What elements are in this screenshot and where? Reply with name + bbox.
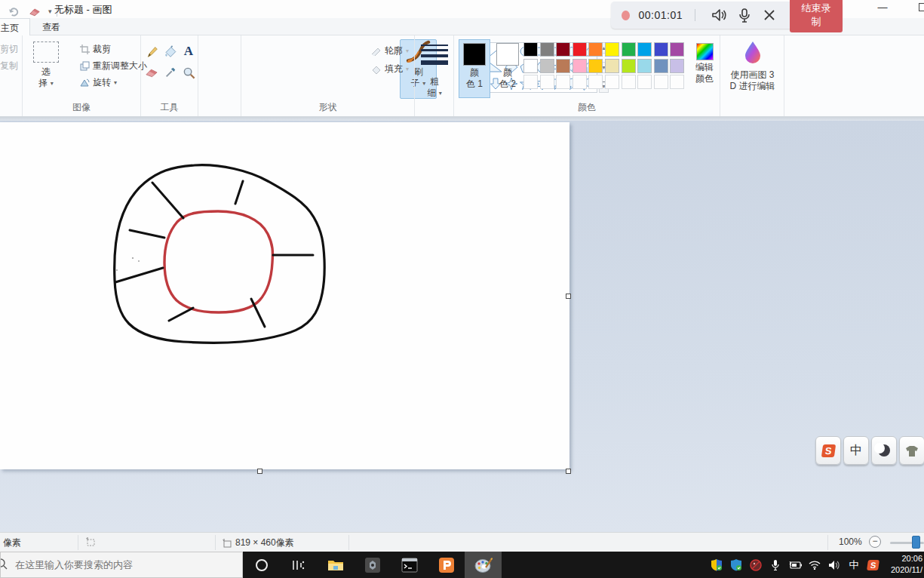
ime-language-indicator[interactable]: 中 [847, 558, 861, 572]
canvas-resize-handle-right[interactable] [566, 294, 571, 299]
copy-button[interactable]: 复制 [0, 60, 18, 72]
group-shapes: ▲ ▼ ▼ 轮廓 ▾ 填充 ▾ 形状 [241, 35, 415, 116]
fill-tool-icon[interactable] [162, 43, 179, 60]
command-prompt-icon[interactable] [391, 552, 428, 578]
palette-empty-slot[interactable] [556, 75, 570, 89]
fill-button[interactable]: 填充 ▾ [371, 63, 409, 75]
paint3d-icon [742, 40, 763, 64]
palette-color-swatch[interactable] [670, 59, 684, 73]
potplayer-icon[interactable] [428, 552, 465, 578]
palette-color-swatch[interactable] [523, 42, 538, 57]
canvas-drawing [0, 122, 569, 469]
palette-empty-slot[interactable] [588, 75, 603, 89]
search-input[interactable] [15, 559, 219, 570]
sogou-tray-icon[interactable]: S [867, 558, 880, 572]
file-explorer-icon[interactable] [317, 552, 354, 578]
cut-button[interactable]: 剪切 [0, 43, 18, 56]
microphone-icon[interactable] [737, 6, 751, 24]
ime-skin-icon[interactable] [899, 436, 924, 465]
sogou-logo-icon[interactable]: S [815, 436, 841, 465]
select-button[interactable]: 选择 ▾ [33, 42, 59, 89]
palette-color-swatch[interactable] [622, 42, 636, 57]
palette-empty-slot[interactable] [605, 75, 619, 89]
eraser-tool-icon[interactable] [143, 64, 160, 81]
speaker-icon[interactable] [711, 6, 726, 24]
quick-access-dropdown-icon[interactable]: ▾ [48, 8, 52, 15]
task-view-icon[interactable] [280, 552, 317, 578]
tab-home[interactable]: 主页 [0, 18, 30, 35]
tray-microphone-icon[interactable] [769, 558, 782, 572]
palette-empty-slot[interactable] [622, 75, 636, 89]
maximize-button[interactable] [919, 3, 924, 11]
palette-color-swatch[interactable] [556, 42, 570, 57]
palette-color-swatch[interactable] [654, 59, 668, 73]
color-picker-tool-icon[interactable] [162, 64, 179, 81]
color1-button[interactable]: 颜色 1 [459, 39, 490, 98]
ime-toolbar: S 中 [815, 436, 924, 465]
group-clipboard: 剪切 复制 [0, 35, 23, 116]
stop-recording-button[interactable]: 结束录制 [790, 0, 843, 32]
recording-time: 00:01:01 [639, 9, 683, 21]
taskbar-clock[interactable]: 20:06 2020/11/ [882, 553, 924, 576]
defender-shield-icon[interactable] [710, 558, 723, 572]
volume-icon[interactable] [827, 558, 841, 572]
ime-moon-fullwidth-icon[interactable] [871, 436, 897, 465]
taskbar-search[interactable] [0, 552, 243, 578]
palette-color-swatch[interactable] [588, 59, 603, 73]
group-paint3d: 使用画图 3D 进行编辑 [720, 35, 784, 116]
palette-color-swatch[interactable] [540, 42, 554, 57]
palette-color-swatch[interactable] [670, 42, 684, 57]
zoom-slider-thumb[interactable] [912, 536, 920, 549]
palette-empty-slot[interactable] [670, 75, 684, 89]
text-tool-icon[interactable]: A [180, 43, 197, 60]
paint-app-icon[interactable] [465, 552, 502, 578]
canvas-resize-handle-bottom[interactable] [257, 469, 262, 474]
palette-color-swatch[interactable] [654, 42, 668, 57]
cortana-icon[interactable] [243, 552, 280, 578]
palette-empty-slot[interactable] [654, 75, 668, 89]
system-tray: 中 S [710, 552, 880, 578]
palette-color-swatch[interactable] [605, 42, 619, 57]
group-size: 粗细 ▾ [415, 35, 454, 116]
palette-color-swatch[interactable] [540, 59, 554, 73]
palette-empty-slot[interactable] [523, 75, 538, 89]
edit-colors-button[interactable]: 编辑颜色 [689, 39, 720, 98]
resize-button[interactable]: 重新调整大小 [80, 60, 147, 72]
palette-color-swatch[interactable] [622, 59, 636, 73]
rotate-button[interactable]: 旋转 ▾ [80, 76, 117, 89]
palette-color-swatch[interactable] [573, 42, 587, 57]
canvas-resize-handle-corner[interactable] [566, 469, 571, 474]
crop-button[interactable]: 裁剪 [80, 43, 111, 56]
drawing-canvas[interactable] [0, 122, 569, 469]
palette-color-swatch[interactable] [523, 59, 538, 73]
palette-color-swatch[interactable] [637, 59, 652, 73]
palette-empty-slot[interactable] [637, 75, 652, 89]
close-recording-icon[interactable] [762, 6, 776, 24]
size-button[interactable]: 粗细 ▾ [418, 42, 451, 99]
palette-color-swatch[interactable] [573, 59, 587, 73]
palette-color-swatch[interactable] [605, 59, 619, 73]
tab-view[interactable]: 查看 [32, 18, 71, 35]
security-app-icon[interactable] [749, 558, 763, 572]
recording-toolbar: 00:01:01 结束录制 [611, 2, 843, 29]
recorder-app-icon[interactable] [354, 552, 391, 578]
paint3d-button[interactable]: 使用画图 3D 进行编辑 [720, 40, 784, 92]
minimize-button[interactable]: — [871, 2, 894, 15]
ribbon: 剪切 复制 选择 ▾ 裁剪 重新调整大小 旋转 ▾ 图像 [0, 35, 924, 117]
ime-chinese-mode-icon[interactable]: 中 [843, 436, 869, 465]
palette-color-swatch[interactable] [637, 42, 652, 57]
palette-empty-slot[interactable] [573, 75, 587, 89]
color2-button[interactable]: 颜色 2 [492, 39, 523, 98]
group-label-shapes: 形状 [241, 101, 414, 114]
palette-color-swatch[interactable] [588, 42, 603, 57]
palette-empty-slot[interactable] [540, 75, 554, 89]
antivirus-shield-icon[interactable] [729, 558, 743, 572]
magnifier-tool-icon[interactable] [180, 64, 197, 81]
outline-button[interactable]: 轮廓 ▾ [371, 45, 409, 57]
select-rectangle-icon [33, 42, 59, 63]
zoom-out-button[interactable]: − [869, 536, 881, 548]
battery-icon[interactable] [788, 558, 802, 572]
pencil-tool-icon[interactable] [143, 43, 160, 60]
wifi-icon[interactable] [808, 558, 821, 572]
palette-color-swatch[interactable] [556, 59, 570, 73]
